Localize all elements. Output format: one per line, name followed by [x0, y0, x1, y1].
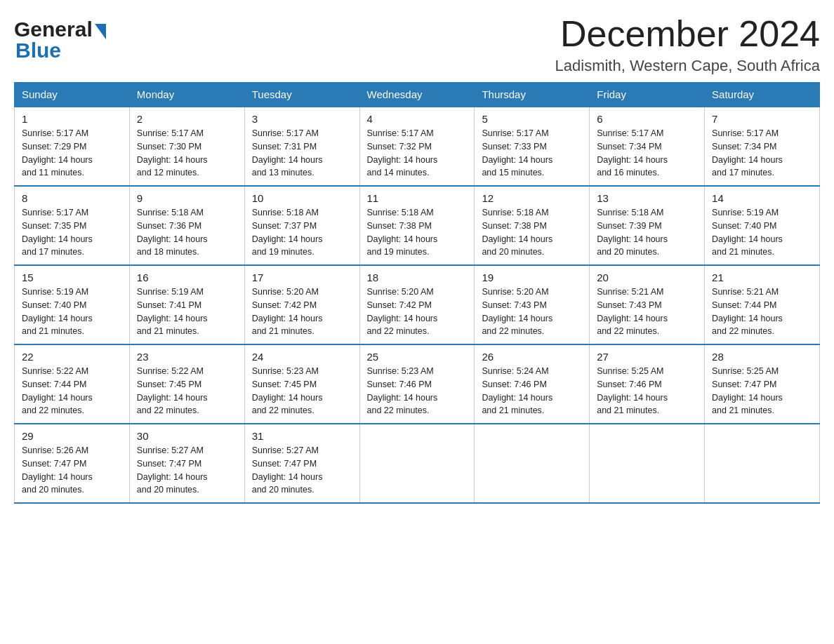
calendar-cell: 9 Sunrise: 5:18 AMSunset: 7:36 PMDayligh…	[129, 186, 244, 265]
day-number: 3	[252, 113, 352, 125]
day-info: Sunrise: 5:19 AMSunset: 7:41 PMDaylight:…	[137, 287, 208, 336]
calendar-cell: 17 Sunrise: 5:20 AMSunset: 7:42 PMDaylig…	[244, 265, 359, 344]
day-info: Sunrise: 5:23 AMSunset: 7:45 PMDaylight:…	[252, 366, 323, 415]
day-number: 19	[482, 271, 582, 283]
day-number: 17	[252, 271, 352, 283]
calendar-cell: 29 Sunrise: 5:26 AMSunset: 7:47 PMDaylig…	[15, 424, 130, 503]
calendar-cell: 11 Sunrise: 5:18 AMSunset: 7:38 PMDaylig…	[359, 186, 475, 265]
day-info: Sunrise: 5:21 AMSunset: 7:44 PMDaylight:…	[712, 287, 783, 336]
header-sunday: Sunday	[15, 83, 130, 107]
day-number: 21	[712, 271, 812, 283]
day-number: 9	[137, 192, 237, 204]
calendar-cell	[475, 424, 590, 503]
calendar-cell: 18 Sunrise: 5:20 AMSunset: 7:42 PMDaylig…	[359, 265, 475, 344]
day-number: 7	[712, 113, 812, 125]
calendar-cell: 5 Sunrise: 5:17 AMSunset: 7:33 PMDayligh…	[475, 107, 590, 186]
day-number: 18	[367, 271, 468, 283]
header-monday: Monday	[129, 83, 244, 107]
day-number: 6	[597, 113, 697, 125]
calendar-cell: 25 Sunrise: 5:23 AMSunset: 7:46 PMDaylig…	[359, 344, 475, 424]
day-number: 25	[367, 351, 468, 363]
day-number: 15	[22, 271, 122, 283]
day-info: Sunrise: 5:18 AMSunset: 7:38 PMDaylight:…	[482, 208, 552, 257]
calendar-cell: 7 Sunrise: 5:17 AMSunset: 7:34 PMDayligh…	[705, 107, 820, 186]
calendar-week-3: 15 Sunrise: 5:19 AMSunset: 7:40 PMDaylig…	[15, 265, 820, 344]
calendar-cell: 19 Sunrise: 5:20 AMSunset: 7:43 PMDaylig…	[475, 265, 590, 344]
day-number: 27	[597, 351, 697, 363]
header-friday: Friday	[590, 83, 705, 107]
calendar-cell: 2 Sunrise: 5:17 AMSunset: 7:30 PMDayligh…	[129, 107, 244, 186]
day-number: 29	[22, 430, 122, 442]
day-info: Sunrise: 5:18 AMSunset: 7:39 PMDaylight:…	[597, 208, 668, 257]
calendar-cell	[359, 424, 475, 503]
calendar-cell: 26 Sunrise: 5:24 AMSunset: 7:46 PMDaylig…	[475, 344, 590, 424]
day-number: 4	[367, 113, 468, 125]
day-info: Sunrise: 5:20 AMSunset: 7:42 PMDaylight:…	[252, 287, 323, 336]
calendar-cell	[590, 424, 705, 503]
day-info: Sunrise: 5:19 AMSunset: 7:40 PMDaylight:…	[22, 287, 93, 336]
calendar-cell: 8 Sunrise: 5:17 AMSunset: 7:35 PMDayligh…	[15, 186, 130, 265]
calendar-cell: 10 Sunrise: 5:18 AMSunset: 7:37 PMDaylig…	[244, 186, 359, 265]
calendar-cell: 21 Sunrise: 5:21 AMSunset: 7:44 PMDaylig…	[705, 265, 820, 344]
day-info: Sunrise: 5:21 AMSunset: 7:43 PMDaylight:…	[597, 287, 668, 336]
calendar-cell: 22 Sunrise: 5:22 AMSunset: 7:44 PMDaylig…	[15, 344, 130, 424]
page-header: General Blue December 2024 Ladismith, We…	[14, 14, 820, 75]
day-number: 16	[137, 271, 237, 283]
day-info: Sunrise: 5:17 AMSunset: 7:33 PMDaylight:…	[482, 128, 552, 177]
day-info: Sunrise: 5:17 AMSunset: 7:31 PMDaylight:…	[252, 128, 323, 177]
day-number: 1	[22, 113, 122, 125]
day-number: 26	[482, 351, 582, 363]
day-info: Sunrise: 5:17 AMSunset: 7:32 PMDaylight:…	[367, 128, 438, 177]
day-info: Sunrise: 5:22 AMSunset: 7:44 PMDaylight:…	[22, 366, 93, 415]
month-title: December 2024	[555, 14, 820, 54]
calendar-week-5: 29 Sunrise: 5:26 AMSunset: 7:47 PMDaylig…	[15, 424, 820, 503]
calendar-week-4: 22 Sunrise: 5:22 AMSunset: 7:44 PMDaylig…	[15, 344, 820, 424]
calendar-cell: 24 Sunrise: 5:23 AMSunset: 7:45 PMDaylig…	[244, 344, 359, 424]
day-info: Sunrise: 5:23 AMSunset: 7:46 PMDaylight:…	[367, 366, 438, 415]
day-info: Sunrise: 5:20 AMSunset: 7:43 PMDaylight:…	[482, 287, 552, 336]
title-block: December 2024 Ladismith, Western Cape, S…	[555, 14, 820, 75]
calendar-cell: 20 Sunrise: 5:21 AMSunset: 7:43 PMDaylig…	[590, 265, 705, 344]
day-info: Sunrise: 5:18 AMSunset: 7:36 PMDaylight:…	[137, 208, 208, 257]
calendar-cell: 23 Sunrise: 5:22 AMSunset: 7:45 PMDaylig…	[129, 344, 244, 424]
logo-triangle-icon	[95, 24, 106, 39]
day-number: 31	[252, 430, 352, 442]
logo-general-text: General	[14, 18, 93, 41]
calendar-cell: 14 Sunrise: 5:19 AMSunset: 7:40 PMDaylig…	[705, 186, 820, 265]
day-info: Sunrise: 5:18 AMSunset: 7:38 PMDaylight:…	[367, 208, 438, 257]
calendar-cell: 31 Sunrise: 5:27 AMSunset: 7:47 PMDaylig…	[244, 424, 359, 503]
calendar-cell: 30 Sunrise: 5:27 AMSunset: 7:47 PMDaylig…	[129, 424, 244, 503]
day-info: Sunrise: 5:25 AMSunset: 7:46 PMDaylight:…	[597, 366, 668, 415]
header-tuesday: Tuesday	[244, 83, 359, 107]
day-info: Sunrise: 5:19 AMSunset: 7:40 PMDaylight:…	[712, 208, 783, 257]
calendar-cell: 16 Sunrise: 5:19 AMSunset: 7:41 PMDaylig…	[129, 265, 244, 344]
day-number: 24	[252, 351, 352, 363]
header-saturday: Saturday	[705, 83, 820, 107]
day-info: Sunrise: 5:24 AMSunset: 7:46 PMDaylight:…	[482, 366, 552, 415]
calendar-cell: 13 Sunrise: 5:18 AMSunset: 7:39 PMDaylig…	[590, 186, 705, 265]
day-number: 23	[137, 351, 237, 363]
day-info: Sunrise: 5:27 AMSunset: 7:47 PMDaylight:…	[252, 445, 323, 495]
day-number: 8	[22, 192, 122, 204]
calendar-cell: 3 Sunrise: 5:17 AMSunset: 7:31 PMDayligh…	[244, 107, 359, 186]
calendar-table: Sunday Monday Tuesday Wednesday Thursday…	[14, 82, 820, 504]
day-number: 5	[482, 113, 582, 125]
day-number: 22	[22, 351, 122, 363]
header-thursday: Thursday	[475, 83, 590, 107]
calendar-cell: 1 Sunrise: 5:17 AMSunset: 7:29 PMDayligh…	[15, 107, 130, 186]
day-info: Sunrise: 5:17 AMSunset: 7:30 PMDaylight:…	[137, 128, 208, 177]
logo-blue-text: Blue	[15, 39, 61, 62]
day-info: Sunrise: 5:20 AMSunset: 7:42 PMDaylight:…	[367, 287, 438, 336]
day-info: Sunrise: 5:25 AMSunset: 7:47 PMDaylight:…	[712, 366, 783, 415]
day-info: Sunrise: 5:26 AMSunset: 7:47 PMDaylight:…	[22, 445, 93, 495]
calendar-cell: 27 Sunrise: 5:25 AMSunset: 7:46 PMDaylig…	[590, 344, 705, 424]
logo: General Blue	[14, 14, 106, 62]
day-info: Sunrise: 5:18 AMSunset: 7:37 PMDaylight:…	[252, 208, 323, 257]
day-number: 10	[252, 192, 352, 204]
calendar-week-2: 8 Sunrise: 5:17 AMSunset: 7:35 PMDayligh…	[15, 186, 820, 265]
day-number: 14	[712, 192, 812, 204]
day-number: 30	[137, 430, 237, 442]
day-number: 12	[482, 192, 582, 204]
day-number: 20	[597, 271, 697, 283]
day-info: Sunrise: 5:22 AMSunset: 7:45 PMDaylight:…	[137, 366, 208, 415]
